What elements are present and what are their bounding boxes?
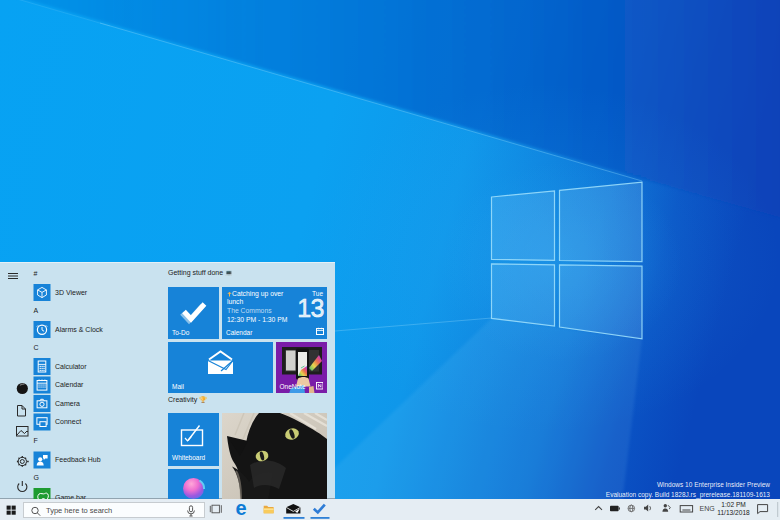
svg-text:ENG: ENG	[700, 505, 715, 512]
svg-text:e: e	[236, 499, 247, 519]
